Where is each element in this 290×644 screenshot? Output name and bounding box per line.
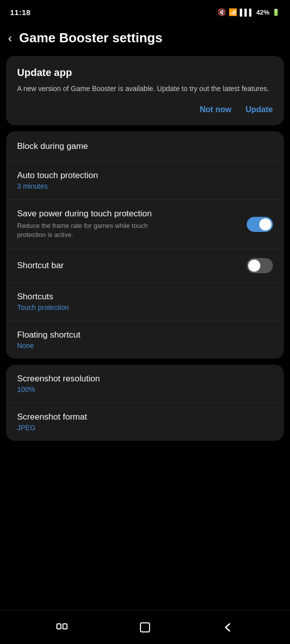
save-power-item[interactable]: Save power during touch protection Reduc…	[6, 200, 284, 249]
battery-icon: 🔋	[272, 9, 280, 16]
auto-touch-protection-label: Auto touch protection	[17, 171, 273, 181]
toggle-knob	[259, 218, 271, 230]
auto-touch-protection-value: 3 minutes	[17, 182, 273, 190]
back-nav-icon	[223, 622, 234, 633]
screenshot-format-label: Screenshot format	[17, 412, 273, 422]
battery-percent: 42%	[256, 9, 269, 16]
signal-icon: ▌▌▌	[240, 9, 254, 16]
settings-group-2: Screenshot resolution 100% Screenshot fo…	[6, 365, 284, 441]
block-during-game-item[interactable]: Block during game	[6, 131, 284, 162]
save-power-toggle[interactable]	[247, 217, 273, 232]
shortcut-bar-item[interactable]: Shortcut bar	[6, 249, 284, 283]
status-icons: 🔇 📶 ▌▌▌ 42% 🔋	[218, 8, 280, 16]
save-power-desc: Reduce the frame rate for games while to…	[17, 221, 178, 239]
update-button[interactable]: Update	[246, 103, 273, 116]
floating-shortcut-item[interactable]: Floating shortcut None	[6, 321, 284, 359]
screenshot-format-value: JPEG	[17, 424, 273, 432]
shortcuts-label: Shortcuts	[17, 292, 273, 302]
header: ‹ Game Booster settings	[0, 22, 290, 56]
floating-shortcut-label: Floating shortcut	[17, 330, 273, 340]
recent-apps-icon	[56, 622, 67, 633]
mute-icon: 🔇	[218, 8, 226, 16]
page-title: Game Booster settings	[19, 30, 163, 46]
update-app-card: Update app A new version of Game Booster…	[6, 56, 284, 125]
save-power-label: Save power during touch protection	[17, 209, 247, 219]
back-nav-button[interactable]	[216, 615, 240, 639]
svg-rect-0	[57, 624, 61, 629]
toggle-knob-2	[248, 260, 260, 272]
screenshot-format-item[interactable]: Screenshot format JPEG	[6, 403, 284, 441]
navigation-bar	[0, 610, 290, 644]
shortcut-bar-toggle[interactable]	[247, 258, 273, 273]
screenshot-resolution-label: Screenshot resolution	[17, 374, 273, 384]
home-icon	[139, 621, 151, 633]
update-description: A new version of Game Booster is availab…	[17, 84, 273, 94]
svg-rect-2	[140, 623, 150, 632]
shortcuts-value: Touch protection	[17, 303, 273, 311]
floating-shortcut-value: None	[17, 342, 273, 350]
status-time: 11:18	[10, 8, 31, 17]
wifi-icon: 📶	[229, 8, 237, 16]
screenshot-resolution-value: 100%	[17, 385, 273, 393]
screenshot-resolution-item[interactable]: Screenshot resolution 100%	[6, 365, 284, 403]
content-area: Update app A new version of Game Booster…	[0, 56, 290, 610]
shortcuts-item[interactable]: Shortcuts Touch protection	[6, 283, 284, 321]
settings-group-1: Block during game Auto touch protection …	[6, 131, 284, 359]
svg-rect-1	[63, 624, 67, 629]
update-title: Update app	[17, 67, 273, 78]
not-now-button[interactable]: Not now	[200, 103, 232, 116]
auto-touch-protection-item[interactable]: Auto touch protection 3 minutes	[6, 162, 284, 200]
status-bar: 11:18 🔇 📶 ▌▌▌ 42% 🔋	[0, 0, 290, 22]
back-button[interactable]: ‹	[8, 31, 12, 45]
shortcut-bar-label: Shortcut bar	[17, 261, 247, 271]
update-actions: Not now Update	[17, 103, 273, 116]
home-button[interactable]	[133, 615, 157, 639]
block-during-game-label: Block during game	[17, 141, 273, 151]
recent-apps-button[interactable]	[50, 615, 74, 639]
